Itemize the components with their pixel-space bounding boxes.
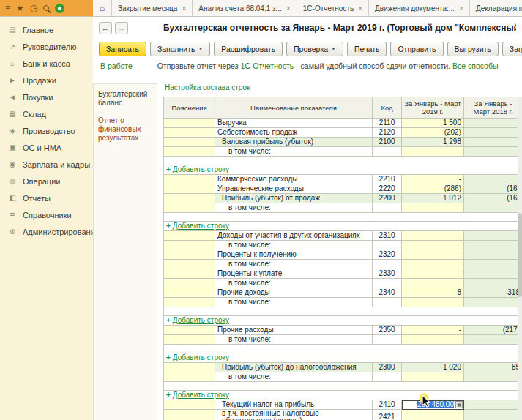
scrollbar-thumb[interactable] [518,213,522,297]
send-button[interactable]: Отправить [390,42,443,56]
explanation-cell[interactable] [164,231,215,241]
sidebar-item-bank[interactable]: ⌂Банк и касса [0,55,93,72]
calculator-button[interactable]: ▦ [455,401,463,408]
sidebar-item-people[interactable]: ◉Зарплата и кадры [0,156,93,173]
value-2019-cell[interactable] [402,260,464,269]
sidebar-item-chart[interactable]: ↗Руководителю [0,38,93,55]
add-row-link[interactable]: +Добавить строку [166,316,229,324]
sidebar-item-purchases[interactable]: ◄Покупки [0,89,93,105]
value-2019-cell[interactable]: (202) [402,128,464,138]
explanation-cell[interactable] [164,175,215,184]
explanation-cell[interactable] [164,138,215,147]
value-2019-cell[interactable]: - [402,175,464,184]
explanation-cell[interactable] [164,363,215,372]
explanation-cell[interactable] [164,241,215,250]
sidebar-item-assets[interactable]: ▣ОС и НМА [0,139,93,156]
sidebar-item-production[interactable]: ◈Производство [0,122,93,139]
value-2019-cell[interactable] [402,335,464,345]
value-2019-cell[interactable] [402,241,464,250]
table-row [164,382,522,391]
explanation-cell[interactable] [164,400,215,410]
explanation-cell[interactable] [164,372,215,382]
all-methods-link[interactable]: Все способы [452,61,499,70]
value-2019-cell[interactable]: 1 298 [402,138,464,147]
explanation-cell[interactable] [164,260,215,269]
explain-button[interactable]: Расшифровать [214,42,283,56]
value-2019-cell[interactable]: - [402,231,464,241]
add-row-link[interactable]: +Добавить строку [166,391,229,399]
nav-item-financial-results[interactable]: Отчет о финансовых результатах [98,116,152,143]
explanation-cell[interactable] [164,147,215,157]
close-icon[interactable]: × [286,4,291,12]
explanation-cell[interactable] [164,194,215,203]
value-2019-cell[interactable] [402,203,464,213]
status-link[interactable]: В работе [100,61,133,70]
back-button[interactable]: ← [99,22,112,34]
explanation-cell[interactable] [164,119,215,128]
history-icon[interactable]: ◷ [30,4,37,12]
search-icon[interactable] [43,5,49,11]
window-tab[interactable]: Декларация по налогу н...× [470,0,522,16]
add-row-link[interactable]: +Добавить строку [166,222,229,230]
star-icon[interactable]: ★ [16,4,24,12]
explanation-cell[interactable] [164,410,215,420]
window-tab[interactable]: Анализ счета 68.04.1 з...× [193,0,297,16]
close-icon[interactable]: × [182,4,186,12]
explanation-cell[interactable] [164,279,215,288]
close-icon[interactable]: × [459,4,463,12]
vertical-scrollbar[interactable] [518,97,522,420]
value-2019-cell[interactable]: 203 480.00▦ [402,400,464,410]
fill-button[interactable]: Заполнить▼ [150,42,210,56]
sidebar-item-reports[interactable]: ◧Отчеты [0,190,93,206]
row-settings-link[interactable]: Настройка состава строк [165,83,250,91]
explanation-cell[interactable] [164,250,215,260]
forward-button[interactable]: → [115,22,128,34]
check-button[interactable]: Проверка▼ [286,42,343,56]
explanation-cell[interactable] [164,128,215,138]
service-link[interactable]: 1С-Отчетность [240,61,294,70]
save-button[interactable]: Записать [99,42,146,56]
code-cell [373,372,402,382]
sidebar-item-warehouse[interactable]: ▦Склад [0,105,93,122]
value-2019-cell[interactable]: - [402,269,464,279]
window-tab[interactable]: Движения документа:...× [369,0,470,16]
value-2019-cell[interactable]: 1 020 [402,363,464,372]
value-2019-cell[interactable] [402,298,464,307]
code-cell: 2220 [373,184,402,194]
explanation-cell[interactable] [164,335,215,345]
import-button[interactable]: Загрузить [502,42,522,56]
print-button[interactable]: Печать [347,42,387,56]
menu-icon[interactable]: ≡ [5,4,10,12]
value-2019-cell[interactable]: - [402,250,464,260]
value-2019-cell[interactable]: 8 [402,288,464,298]
home-tab[interactable]: ⌂ [93,0,112,16]
close-icon[interactable]: × [358,4,362,12]
sidebar-item-sales[interactable]: ►Продажи [0,72,93,89]
sidebar-item-settings[interactable]: ⊛Администрирование [0,223,93,240]
value-2019-cell[interactable]: (286) [402,184,464,194]
explanation-cell[interactable] [164,203,215,213]
explanation-cell[interactable] [164,269,215,279]
window-tab[interactable]: 1С-Отчетность× [297,0,369,16]
explanation-cell[interactable] [164,298,215,307]
value-2019-cell[interactable]: - [402,326,464,335]
value-2019-cell[interactable]: 1 012 [402,194,464,203]
add-row-link[interactable]: +Добавить строку [166,165,229,173]
explanation-cell[interactable] [164,288,215,298]
sidebar-item-operations[interactable]: ▥Операции [0,173,93,190]
window-tab[interactable]: Закрытие месяца× [112,0,193,16]
value-2019-cell[interactable] [402,147,464,157]
explanation-cell[interactable] [164,326,215,335]
value-2019-cell[interactable] [402,372,464,382]
export-button[interactable]: Выгрузить [447,42,499,56]
add-row-link[interactable]: +Добавить строку [166,353,229,361]
value-2019-cell[interactable] [402,279,464,288]
sidebar-item-books[interactable]: ≣Справочники [0,206,93,223]
sidebar-item-main[interactable]: ▤Главное [0,21,93,38]
indicator-name-cell: в т.ч. постоянные налоговые обязательств… [215,410,373,420]
value-2019-cell[interactable]: 1 500 [402,119,464,128]
value-2019-cell[interactable] [402,410,464,420]
explanation-cell[interactable] [164,184,215,194]
nav-item-balance-sheet[interactable]: Бухгалтерский баланс [98,90,152,108]
service-icon[interactable] [55,4,64,13]
